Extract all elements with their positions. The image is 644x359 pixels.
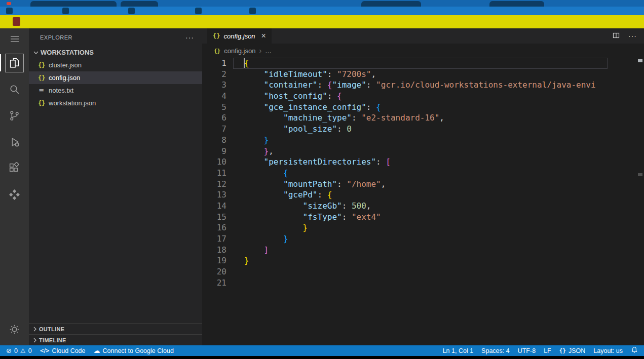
line-number[interactable]: 6	[202, 112, 233, 124]
connect-google-cloud-button[interactable]: ☁ Connect to Google Cloud	[90, 345, 178, 356]
panel-timeline[interactable]: TIMELINE	[29, 334, 202, 345]
code-line-2[interactable]: "idleTimeout": "7200s",	[233, 69, 608, 80]
encoding-label: UTF-8	[518, 347, 536, 354]
line-number[interactable]: 10	[202, 156, 233, 168]
close-tab-icon[interactable]: ×	[261, 32, 266, 40]
line-number[interactable]: 7	[202, 124, 233, 135]
explorer-sidebar: EXPLORER ··· WORKSTATIONS {}cluster.json…	[29, 28, 202, 345]
code-editor[interactable]: 123456789101112131415161718192021 { "idl…	[202, 58, 644, 345]
line-number[interactable]: 9	[202, 146, 233, 157]
tab-config-json[interactable]: {} config.json ×	[207, 28, 272, 44]
breadcrumb-file[interactable]: config.json	[224, 47, 255, 55]
line-number-gutter: 123456789101112131415161718192021	[202, 58, 233, 288]
code-line-13[interactable]: "gcePd": {	[233, 189, 608, 201]
scrollbar-marker	[638, 173, 642, 176]
file-item-workstation.json[interactable]: {}workstation.json	[29, 97, 202, 109]
sidebar-item-source-control[interactable]	[0, 102, 29, 129]
encoding-indicator[interactable]: UTF-8	[514, 345, 540, 356]
language-mode-indicator[interactable]: {} JSON	[555, 345, 590, 356]
sidebar-item-cloud-workspaces[interactable]	[0, 181, 29, 208]
file-item-notes.txt[interactable]: ≡notes.txt	[29, 84, 202, 97]
browser-tab[interactable]	[361, 1, 421, 7]
code-line-21[interactable]	[233, 277, 608, 289]
line-number[interactable]: 1	[202, 58, 233, 69]
notification-banner	[0, 15, 644, 28]
sidebar-item-run-debug[interactable]	[0, 129, 29, 155]
browser-tab[interactable]	[30, 1, 117, 7]
bookmark-favicon[interactable]	[6, 8, 13, 14]
eol-indicator[interactable]: LF	[540, 345, 555, 356]
panel-outline[interactable]: OUTLINE	[29, 323, 202, 334]
cursor-position-indicator[interactable]: Ln 1, Col 1	[439, 345, 477, 356]
browser-tab[interactable]	[489, 1, 544, 7]
line-number[interactable]: 21	[202, 277, 233, 289]
minimap[interactable]	[607, 59, 636, 87]
more-actions-button[interactable]: ···	[628, 32, 637, 40]
cloud-code-button[interactable]: </> Cloud Code	[36, 345, 90, 356]
line-number[interactable]: 15	[202, 212, 233, 223]
keyboard-layout-indicator[interactable]: Layout: us	[589, 345, 627, 356]
file-tree: WORKSTATIONS {}cluster.json{}config.json…	[29, 46, 202, 323]
line-number[interactable]: 18	[202, 245, 233, 256]
panel-label: OUTLINE	[39, 326, 64, 332]
error-icon: ⊘	[6, 347, 12, 354]
line-number[interactable]: 3	[202, 79, 233, 91]
notifications-button[interactable]	[627, 345, 642, 356]
code-line-20[interactable]	[233, 266, 608, 277]
indentation-indicator[interactable]: Spaces: 4	[477, 345, 514, 356]
json-file-icon: {}	[38, 62, 45, 69]
file-item-cluster.json[interactable]: {}cluster.json	[29, 59, 202, 71]
code-line-9[interactable]: },	[233, 146, 608, 157]
status-bar-right: Ln 1, Col 1 Spaces: 4 UTF-8 LF {} JSON L…	[439, 345, 642, 356]
split-editor-button[interactable]	[612, 31, 620, 41]
code-line-12[interactable]: "mountPath": "/home",	[233, 179, 608, 190]
problems-indicator[interactable]: ⊘ 0 ⚠ 0	[2, 345, 36, 356]
line-number[interactable]: 5	[202, 102, 233, 113]
sidebar-more-actions-button[interactable]: ···	[185, 33, 194, 42]
code-line-10[interactable]: "persistentDirectories": [	[233, 156, 608, 168]
json-file-icon: {}	[214, 48, 220, 54]
sidebar-item-search[interactable]	[0, 76, 29, 102]
line-number[interactable]: 12	[202, 179, 233, 190]
sidebar-item-extensions[interactable]	[0, 155, 29, 181]
file-label: cluster.json	[49, 61, 82, 69]
bookmark-favicon[interactable]	[62, 8, 69, 14]
settings-button[interactable]	[0, 316, 29, 342]
line-number[interactable]: 2	[202, 69, 233, 80]
bookmark-favicon[interactable]	[249, 8, 256, 14]
line-number[interactable]: 17	[202, 233, 233, 245]
code-line-6[interactable]: "machine_type": "e2-standard-16",	[233, 112, 608, 124]
error-count: 0	[14, 347, 18, 354]
code-line-4[interactable]: "host_config": {	[233, 91, 608, 102]
code-line-11[interactable]: {	[233, 168, 608, 179]
browser-tab[interactable]	[121, 1, 158, 7]
code-line-16[interactable]: }	[233, 222, 608, 233]
line-number[interactable]: 20	[202, 266, 233, 277]
menu-button[interactable]	[0, 28, 29, 50]
bookmark-favicon[interactable]	[128, 8, 135, 14]
tree-section-workstations[interactable]: WORKSTATIONS	[29, 46, 202, 59]
sidebar-item-explorer[interactable]	[0, 50, 29, 76]
code-line-14[interactable]: "sizeGb": 500,	[233, 201, 608, 212]
file-item-config.json[interactable]: {}config.json	[29, 71, 202, 84]
code-line-19[interactable]: }	[233, 255, 608, 266]
line-number[interactable]: 13	[202, 189, 233, 201]
line-number[interactable]: 19	[202, 255, 233, 266]
line-number[interactable]: 4	[202, 91, 233, 102]
line-number[interactable]: 16	[202, 222, 233, 233]
code-line-3[interactable]: "container": {"image": "gcr.io/cloud-wor…	[233, 79, 608, 91]
code-line-7[interactable]: "pool_size": 0	[233, 124, 608, 135]
code-line-15[interactable]: "fsType": "ext4"	[233, 212, 608, 223]
code-line-17[interactable]: }	[233, 233, 608, 245]
breadcrumb-symbol[interactable]: …	[265, 47, 272, 55]
line-number[interactable]: 8	[202, 135, 233, 146]
code-line-5[interactable]: "gce_instance_config": {	[233, 102, 608, 113]
code-line-18[interactable]: ]	[233, 245, 608, 256]
source-control-branch-icon	[8, 109, 21, 122]
line-number[interactable]: 11	[202, 168, 233, 179]
line-number[interactable]: 14	[202, 201, 233, 212]
language-label: JSON	[569, 347, 585, 354]
code-line-8[interactable]: }	[233, 135, 608, 146]
bookmark-favicon[interactable]	[195, 8, 202, 14]
code-line-1[interactable]: {	[233, 58, 608, 69]
